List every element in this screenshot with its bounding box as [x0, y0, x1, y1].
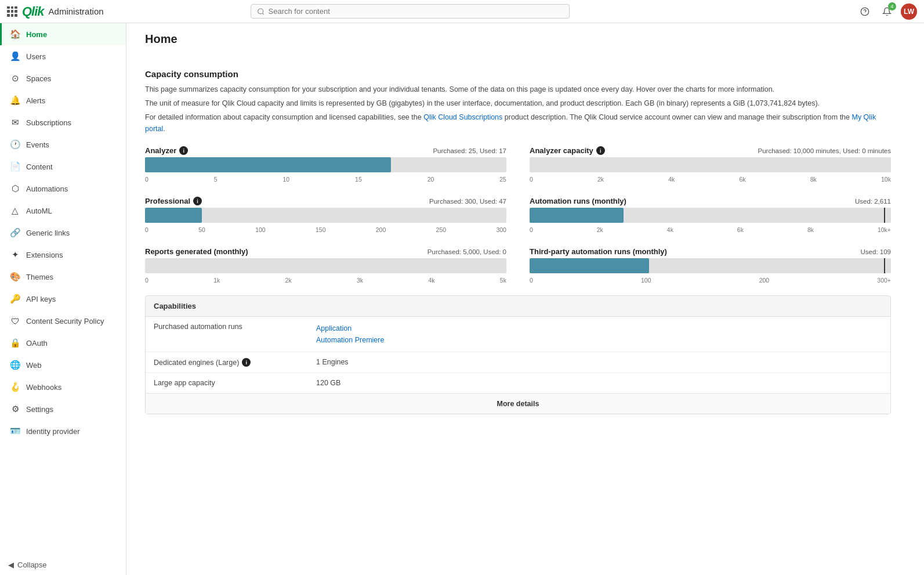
sidebar-item-users[interactable]: 👤 Users	[0, 45, 126, 67]
description-3: For detailed information about capacity …	[145, 111, 891, 135]
reports-info: Purchased: 5,000, Used: 0	[427, 248, 506, 255]
sidebar-icon-webhooks: 🪝	[10, 382, 20, 392]
sidebar-item-spaces[interactable]: ⊙ Spaces	[0, 67, 126, 89]
help-button[interactable]	[857, 3, 873, 20]
sidebar-label-content: Content	[26, 162, 53, 171]
topbar-right: 4 LW	[857, 3, 917, 20]
reports-bar-track	[145, 258, 506, 273]
reports-label: Reports generated (monthly)	[145, 247, 248, 256]
capabilities-row-0: Purchased automation runs Application Au…	[146, 317, 890, 352]
capabilities-row-1: Dedicated engines (Large) i 1 Engines	[146, 352, 890, 373]
analyzer-chart-header: Analyzer i Purchased: 25, Used: 17	[145, 146, 506, 155]
capabilities-label-1: Dedicated engines (Large) i	[154, 358, 316, 367]
sidebar-item-themes[interactable]: 🎨 Themes	[0, 266, 126, 288]
search-icon	[257, 8, 264, 16]
page-title: Home	[126, 23, 924, 46]
analyzer-info-icon[interactable]: i	[179, 146, 188, 155]
sidebar-label-extensions: Extensions	[26, 251, 63, 259]
sidebar-label-generic-links: Generic links	[26, 229, 70, 237]
svg-line-1	[262, 13, 263, 14]
sidebar-item-csp[interactable]: 🛡 Content Security Policy	[0, 310, 126, 332]
analyzer-chart: Analyzer i Purchased: 25, Used: 17 05101…	[145, 146, 506, 183]
capabilities-label-0: Purchased automation runs	[154, 323, 316, 331]
sidebar-item-content[interactable]: 📄 Content	[0, 155, 126, 178]
third-party-runs-label: Third-party automation runs (monthly)	[530, 247, 667, 256]
sidebar-icon-api-keys: 🔑	[10, 294, 20, 304]
sidebar-label-users: Users	[26, 52, 46, 61]
description-1: This page summarizes capacity consumptio…	[145, 84, 891, 95]
sidebar: 🏠 Home 👤 Users ⊙ Spaces 🔔 Alerts ✉ Subsc…	[0, 23, 126, 575]
avatar[interactable]: LW	[901, 3, 917, 20]
content-inner: Capacity consumption This page summarize…	[126, 55, 909, 428]
professional-bar-fill	[145, 208, 202, 223]
capabilities-table: Capabilities Purchased automation runs A…	[145, 295, 891, 414]
notification-badge: 4	[888, 2, 896, 10]
sidebar-icon-events: 🕐	[10, 139, 20, 150]
analyzer-bar-fill	[145, 157, 391, 172]
charts-grid: Analyzer i Purchased: 25, Used: 17 05101…	[145, 146, 891, 284]
sidebar-item-api-keys[interactable]: 🔑 API keys	[0, 288, 126, 310]
search-bar[interactable]	[251, 4, 570, 19]
dedicated-engines-info-icon[interactable]: i	[242, 358, 251, 367]
automation-runs-marker	[884, 208, 885, 223]
automation-runs-label: Automation runs (monthly)	[530, 197, 626, 205]
section-title: Capacity consumption	[145, 69, 891, 79]
qlik-subscriptions-link[interactable]: Qlik Cloud Subscriptions	[423, 113, 502, 121]
analyzer-bar-track	[145, 157, 506, 172]
search-input[interactable]	[269, 7, 564, 16]
notifications-button[interactable]: 4	[879, 3, 895, 20]
third-party-runs-marker	[884, 258, 885, 273]
sidebar-item-identity-provider[interactable]: 🪪 Identity provider	[0, 420, 126, 442]
professional-chart: Professional i Purchased: 300, Used: 47 …	[145, 197, 506, 233]
sidebar-item-alerts[interactable]: 🔔 Alerts	[0, 89, 126, 111]
third-party-runs-axis: 0100200300+	[530, 277, 891, 284]
sidebar-item-automations[interactable]: ⬡ Automations	[0, 178, 126, 200]
third-party-runs-info: Used: 109	[861, 248, 891, 255]
description-3-suffix: product description. The Qlik Cloud serv…	[502, 113, 851, 121]
sidebar-icon-generic-links: 🔗	[10, 227, 20, 238]
description-3-prefix: For detailed information about capacity …	[145, 113, 423, 121]
sidebar-item-webhooks[interactable]: 🪝 Webhooks	[0, 376, 126, 398]
professional-info-icon[interactable]: i	[193, 197, 202, 205]
sidebar-item-settings[interactable]: ⚙ Settings	[0, 398, 126, 420]
sidebar-icon-web: 🌐	[10, 360, 20, 370]
sidebar-item-generic-links[interactable]: 🔗 Generic links	[0, 222, 126, 244]
sidebar-item-web[interactable]: 🌐 Web	[0, 354, 126, 376]
automation-premiere-link[interactable]: Automation Premiere	[316, 334, 882, 346]
reports-axis: 01k2k3k4k5k	[145, 277, 506, 284]
analyzer-capacity-info-icon[interactable]: i	[596, 146, 605, 155]
application-link[interactable]: Application	[316, 323, 882, 334]
professional-bar-track	[145, 208, 506, 223]
capabilities-row-2: Large app capacity 120 GB	[146, 373, 890, 393]
sidebar-label-subscriptions: Subscriptions	[26, 118, 71, 127]
main-layout: 🏠 Home 👤 Users ⊙ Spaces 🔔 Alerts ✉ Subsc…	[0, 23, 924, 575]
sidebar-item-events[interactable]: 🕐 Events	[0, 133, 126, 155]
sidebar-icon-identity-provider: 🪪	[10, 426, 20, 436]
analyzer-capacity-label: Analyzer capacity i	[530, 146, 605, 155]
analyzer-info: Purchased: 25, Used: 17	[433, 147, 506, 154]
professional-header: Professional i Purchased: 300, Used: 47	[145, 197, 506, 205]
sidebar-icon-alerts: 🔔	[10, 95, 20, 106]
sidebar-item-home[interactable]: 🏠 Home	[0, 23, 126, 45]
svg-point-0	[258, 8, 263, 13]
automation-runs-info: Used: 2,611	[855, 198, 891, 205]
automation-runs-chart: Automation runs (monthly) Used: 2,611 02…	[530, 197, 891, 233]
sidebar-collapse-button[interactable]: ◀Collapse	[0, 555, 126, 575]
automation-runs-bar-track	[530, 208, 891, 223]
automation-runs-axis: 02k4k6k8k10k+	[530, 226, 891, 233]
automation-runs-bar-fill	[530, 208, 624, 223]
more-details[interactable]: More details	[146, 393, 890, 414]
sidebar-item-subscriptions[interactable]: ✉ Subscriptions	[0, 111, 126, 133]
sidebar-label-alerts: Alerts	[26, 96, 45, 105]
sidebar-icon-automations: ⬡	[10, 183, 20, 194]
sidebar-item-automl[interactable]: △ AutoML	[0, 200, 126, 222]
analyzer-capacity-chart: Analyzer capacity i Purchased: 10,000 mi…	[530, 146, 891, 183]
sidebar-label-web: Web	[26, 361, 42, 370]
capabilities-value-1: 1 Engines	[316, 358, 882, 366]
sidebar-item-extensions[interactable]: ✦ Extensions	[0, 244, 126, 266]
sidebar-label-csp: Content Security Policy	[26, 317, 104, 326]
sidebar-icon-oauth: 🔒	[10, 338, 20, 348]
sidebar-item-oauth[interactable]: 🔒 OAuth	[0, 332, 126, 354]
qlik-logo: Qlik	[22, 4, 44, 19]
grid-icon[interactable]	[7, 6, 17, 17]
